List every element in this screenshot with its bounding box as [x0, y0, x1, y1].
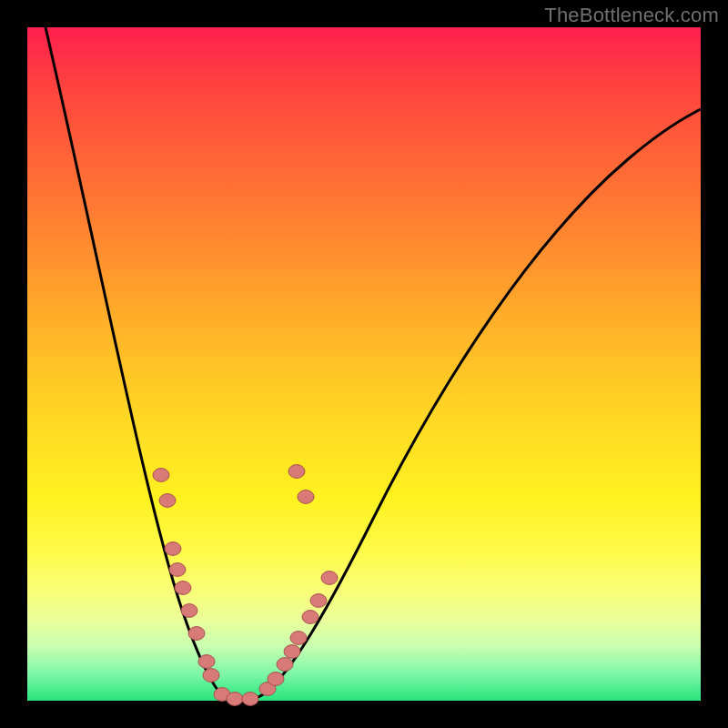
data-dot: [227, 693, 243, 706]
chart-area: [27, 27, 701, 701]
data-dot: [268, 672, 284, 686]
data-dot: [277, 658, 293, 672]
data-dot: [310, 594, 327, 608]
potential-curve: [46, 27, 701, 701]
data-dot: [165, 542, 181, 556]
watermark-text: TheBottleneck.com: [544, 4, 719, 27]
data-dot: [169, 563, 186, 577]
data-dot: [198, 655, 215, 669]
data-dot: [298, 490, 314, 504]
data-dot: [153, 469, 169, 482]
data-dot: [302, 611, 318, 624]
dot-layer: [153, 465, 338, 706]
data-dot: [321, 571, 338, 585]
data-dot: [188, 627, 205, 641]
data-dot: [203, 669, 219, 682]
chart-svg: [27, 27, 701, 701]
data-dot: [181, 604, 197, 618]
data-dot: [284, 645, 300, 659]
data-dot: [159, 494, 176, 508]
data-dot: [242, 693, 258, 706]
data-dot: [290, 632, 307, 645]
data-dot: [288, 465, 305, 479]
data-dot: [175, 581, 191, 595]
